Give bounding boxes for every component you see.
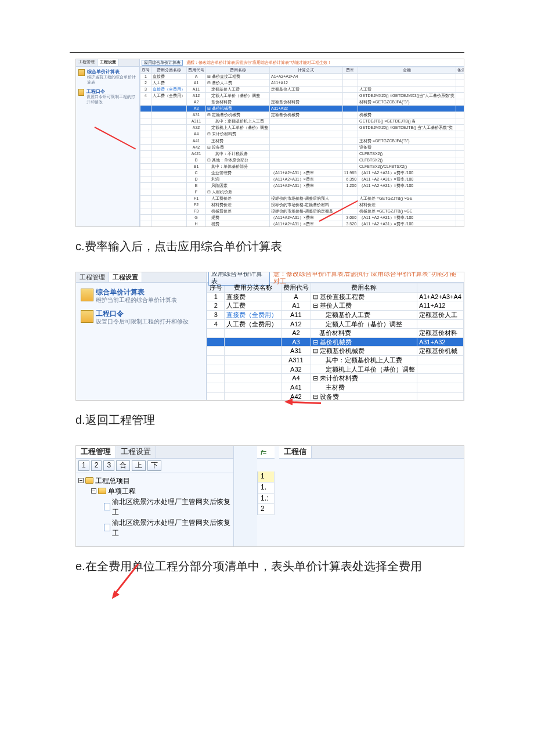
lock-icon (81, 310, 93, 323)
cell: 定额人工单价（基价）调整 (311, 319, 417, 329)
table-row[interactable]: A3⊟ 基价机械费A31+A32 (207, 337, 464, 347)
tree-sub[interactable]: 单项工程 (91, 486, 231, 496)
cell: A42 (187, 144, 206, 150)
cell (151, 99, 187, 106)
table-row[interactable]: C 企业管理费（A11+A2+A31）×费率11.985（A11 +A2 +A3… (140, 170, 464, 176)
tree-leaf[interactable]: 渝北区统景污水处理厂主管网夹后恢复工 (104, 496, 231, 517)
ss3-pager: 1 2 3 合 上 下 (76, 459, 233, 473)
pager-2-button[interactable]: 2 (91, 460, 102, 471)
table-row[interactable]: A32 定额机上人工单价（基价）调整 (207, 365, 464, 374)
cell: A421 (187, 150, 206, 157)
table-row[interactable]: A2 基价材料费定额基价材料 (207, 329, 464, 338)
table-row[interactable]: 4人工费（全费用）A12 定额人工单价（基价）调整 (207, 319, 464, 329)
table-row[interactable]: 1直接费A⊟ 基价直接工程费A1+A2+A3+A4 (140, 74, 464, 80)
table-row[interactable]: B⊟ 其他：单体原价部分CLFBTSX2()单体单价 (140, 157, 464, 163)
table-row[interactable]: 4人工费（全费用）A12 定额人工单价（基价）调整GETDEJMX20() ×G… (140, 93, 464, 99)
table-row[interactable]: 3直接费（全费用）A11 定额基价人工费定额基价人工 (207, 310, 464, 319)
col-code: 费用代号 (281, 283, 311, 293)
cell (456, 144, 464, 150)
cell (342, 106, 358, 112)
cell: 1 (207, 292, 225, 301)
pager-sum-button[interactable]: 合 (116, 460, 130, 471)
cell: 税费 (206, 221, 270, 226)
table-row[interactable]: A311 其中：定额基价机上人工费 (207, 356, 464, 365)
table-row[interactable]: A311 其中：定额基价机上人工费GETDEJTB() ×GETDEJTB() … (140, 118, 464, 125)
cell (225, 392, 281, 401)
table-row[interactable]: A31⊟ 定额基价机械费定额基价机械 (207, 347, 464, 356)
table-row[interactable]: E 风险因素（A11+A2+A31）×费率1.200（A11 +A2 +A31）… (140, 182, 464, 189)
table-row[interactable]: 1直接费A⊟ 基价直接工程费A1+A2+A3+A4 (207, 292, 464, 301)
table-row[interactable]: D 利润（A11+A2+A31）×费率6.350（A11 +A2 +A31）×费… (140, 176, 464, 182)
pager-up-button[interactable]: 上 (132, 460, 146, 471)
sidebar-item-password[interactable]: 工程口令 设置口令后可限制工程的打开和修改 (78, 307, 204, 325)
cell: 6.350 (342, 176, 358, 182)
tab-engineering-settings[interactable]: 工程设置 (116, 446, 156, 458)
cell: 4 (207, 319, 225, 329)
cell (140, 208, 151, 215)
table-row[interactable]: F3 机械费价差投标价的市场价格-调整后的定额基机械价差 =GETGZJTB()… (140, 208, 464, 215)
table-row[interactable]: H 税费（A11+A2+A31）×费率3.520（A11 +A2 +A31）×费… (140, 221, 464, 226)
table-row[interactable]: 2人工费A1⊟ 基价人工费A11+A12 (140, 80, 464, 87)
tab-engineering-mgmt[interactable]: 工程管理 (76, 59, 98, 66)
table-row[interactable]: A32 定额机上人工单价（基价）调整GETDEJMX20() ×GETDEJTB… (140, 125, 464, 131)
toolbar-tip: 提醒：修改综合单价计算表后需执行“应用综合单价计算表”功能才能对工程生效！ (186, 60, 331, 65)
table-row[interactable]: A41 主材费 (207, 383, 464, 393)
cell: 2 (140, 80, 151, 87)
table-row[interactable]: A42⊟ 设备费 (207, 392, 464, 401)
table-row[interactable]: A421 其中：不计税设备CLFBTSX2()不计税设备单价 (140, 150, 464, 157)
cell (342, 138, 358, 144)
sidebar-item-calc-table[interactable]: 综合单价计算表 维护当前工程的综合单价计算表 (78, 285, 204, 303)
sidebar-item-password[interactable]: 工程口令 设置口令后可限制工程的打开和修改 (78, 89, 137, 105)
tab-engineering-mgmt[interactable]: 工程管理 (76, 446, 116, 458)
ss2-tabs: 工程管理 工程设置 (76, 272, 206, 283)
cell: A2 (187, 99, 206, 106)
table-row[interactable]: A42⊟ 设备费设备费设备单价 (140, 144, 464, 150)
table-row[interactable]: F2 材料费价差投标价的市场价格-定额基价材料材料价差 (140, 201, 464, 208)
tab-project-info[interactable]: 工程信 (279, 446, 312, 458)
table-row[interactable]: F1 人工费价差投标价的市场价格-调整后的预人人工价差 =GETGZJTB() … (140, 195, 464, 201)
tab-engineering-settings[interactable]: 工程设置 (98, 59, 119, 66)
table-row[interactable]: 3直接费（全费用）A11 定额基价人工费定额基价人工费人工费定额人工费单价 (140, 87, 464, 93)
table-row[interactable]: B1 其中：单体基价部分CLFBTSX2()/CLFBTSX2() (140, 163, 464, 170)
cell (140, 106, 151, 112)
table-row[interactable]: G 规费（A11+A2+A31）×费率3.060（A11 +A2 +A31）×费… (140, 215, 464, 221)
table-row[interactable]: F⊟ 人材机价差 (140, 189, 464, 195)
cell: C (187, 170, 206, 176)
mini-row[interactable]: 1.: (258, 494, 275, 505)
mini-row[interactable]: 1 (258, 471, 275, 483)
cell: A4 (187, 131, 206, 138)
apply-calc-table-button[interactable]: 应用综合单价计算表 (142, 60, 183, 66)
file-icon (104, 524, 110, 531)
tab-engineering-mgmt[interactable]: 工程管理 (76, 272, 109, 282)
top-rule (70, 52, 464, 53)
cell (456, 189, 464, 195)
folder-icon (85, 477, 93, 484)
cell: A41 (187, 138, 206, 144)
cell: 定额基价机械 (417, 347, 463, 356)
cell (456, 99, 464, 106)
mini-row[interactable]: 1. (258, 483, 275, 494)
cell (270, 157, 343, 163)
table-row[interactable]: A4⊟ 未计价材料费 (140, 131, 464, 138)
table-row[interactable]: A41 主材费主材费 =GETGZCBJFA("3")主材单价 (140, 138, 464, 144)
mini-row[interactable]: 2 (258, 504, 275, 515)
cell (456, 80, 464, 87)
caret-icon[interactable] (91, 488, 96, 494)
cell: G (187, 215, 206, 221)
table-row[interactable]: A31⊟ 定额基价机械费定额基价机械费机械费定额机械费单价 (140, 112, 464, 118)
table-row[interactable]: 2人工费A1⊟ 基价人工费A11+A12 (207, 301, 464, 311)
table-row[interactable]: A2 基价材料费定额基价材料费材料费 =GETGZCBJFA("3")定额材料费… (140, 99, 464, 106)
tree-root[interactable]: 工程总项目 (78, 476, 231, 486)
sidebar-item-calc-table[interactable]: 综合单价计算表 维护当前工程的综合单价计算表 (78, 69, 137, 85)
pager-down-button[interactable]: 下 (147, 460, 161, 471)
pager-3-button[interactable]: 3 (103, 460, 114, 471)
table-row[interactable]: A4⊟ 未计价材料费 (207, 374, 464, 383)
tab-engineering-settings[interactable]: 工程设置 (109, 272, 142, 282)
caret-icon[interactable] (78, 478, 84, 483)
table-row[interactable]: A3⊟ 基价机械费A31+A32 (140, 106, 464, 112)
tree-leaf[interactable]: 渝北区统景污水处理厂主管网夹后恢复工 (104, 517, 231, 538)
cell: 投标价的市场价格-定额基价材料 (270, 201, 343, 208)
cell (342, 125, 358, 131)
fx-icon[interactable]: f= (259, 448, 268, 456)
pager-1-button[interactable]: 1 (78, 460, 89, 471)
